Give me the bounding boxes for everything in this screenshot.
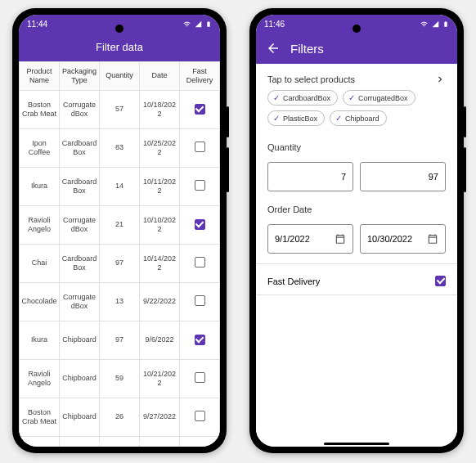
cell: 10/10/2022	[140, 205, 180, 244]
fast-delivery-checkbox[interactable]	[435, 276, 446, 286]
select-products-row[interactable]: Tap to select products	[256, 64, 457, 90]
column-header[interactable]: Quantity	[100, 62, 140, 91]
chip-label: Chipboard	[345, 115, 379, 123]
table-row[interactable]: ChocoladeCorrugatedBox139/22/2022	[20, 282, 220, 321]
chip[interactable]: ✓CorrugatedBox	[343, 90, 415, 106]
fast-delivery-checkbox[interactable]	[195, 142, 205, 152]
cell: CardboardBox	[60, 128, 100, 167]
fast-delivery-row[interactable]: Fast Delivery	[256, 267, 457, 294]
status-time: 11:44	[27, 20, 47, 29]
fast-delivery-checkbox[interactable]	[195, 219, 205, 230]
fast-delivery-cell	[180, 282, 220, 321]
cell: Ravioli Angelo	[20, 359, 60, 398]
cell: 83	[100, 128, 140, 167]
fast-delivery-cell	[180, 436, 220, 447]
back-icon[interactable]	[266, 41, 281, 56]
status-time: 11:46	[264, 20, 285, 29]
app-bar: Filters	[256, 33, 457, 64]
chip-label: CorrugatedBox	[358, 94, 408, 102]
cell: 14	[100, 167, 140, 205]
check-icon: ✓	[348, 93, 355, 102]
chip[interactable]: ✓Chipboard	[330, 110, 387, 126]
cell: 9/9/2022	[140, 436, 180, 447]
quantity-from-value: 7	[341, 172, 346, 182]
cell: Ipon Coffee	[20, 128, 60, 167]
cell: CardboardBox	[60, 167, 100, 205]
cell: CorrugatedBox	[60, 282, 100, 321]
status-icons	[420, 20, 449, 29]
chevron-right-icon	[434, 74, 446, 85]
fast-delivery-checkbox[interactable]	[195, 372, 205, 383]
column-header[interactable]: Product Name	[20, 62, 60, 91]
data-grid: Product NamePackaging TypeQuantityDateFa…	[19, 61, 220, 447]
table-row[interactable]: Ravioli AngeloChipboard5910/21/2022	[20, 359, 220, 398]
table-row[interactable]: Boston Crab MeatCorrugatedBox5710/18/202…	[20, 90, 220, 128]
cell: Ravioli Angelo	[20, 205, 60, 244]
fast-delivery-checkbox[interactable]	[195, 180, 205, 191]
column-header[interactable]: Date	[140, 62, 180, 91]
table-row[interactable]: Ravioli AngeloCorrugatedBox2110/10/2022	[20, 205, 220, 244]
cell: CardboardBox	[60, 244, 100, 282]
fast-delivery-cell	[180, 167, 220, 205]
cell: 10/21/2022	[140, 359, 180, 398]
cell: 57	[100, 90, 140, 128]
phone-left: 11:44 Filter data Product NamePackaging …	[12, 8, 227, 453]
date-to-input[interactable]: 10/30/2022	[360, 224, 446, 254]
battery-icon	[205, 20, 212, 29]
phone-right: 11:46 Filters Tap to select products ✓Ca…	[249, 8, 464, 453]
date-from-input[interactable]: 9/1/2022	[267, 224, 353, 254]
cell: Chai	[20, 244, 60, 282]
table-row[interactable]: IkuraCardboardBox1410/11/2022	[20, 167, 220, 205]
wifi-icon	[420, 20, 429, 28]
table-row[interactable]: IkuraChipboard979/6/2022	[20, 321, 220, 359]
cell: 13	[100, 282, 140, 321]
cell: 87	[100, 436, 140, 447]
table-row[interactable]: ChaiCardboardBox9710/14/2022	[20, 244, 220, 282]
cell: Chipboard	[60, 398, 100, 436]
cell: 21	[100, 205, 140, 244]
data-grid-container[interactable]: Product NamePackaging TypeQuantityDateFa…	[19, 61, 220, 447]
cell: 97	[100, 321, 140, 359]
table-row[interactable]: Boston Crab MeatChipboard269/27/2022	[20, 398, 220, 436]
cell: CorrugatedBox	[60, 205, 100, 244]
select-products-label: Tap to select products	[267, 74, 355, 84]
quantity-label: Quantity	[267, 142, 446, 152]
cell: 10/18/2022	[140, 90, 180, 128]
fast-delivery-cell	[180, 244, 220, 282]
fast-delivery-cell	[180, 321, 220, 359]
cell: Boston Crab Meat	[20, 90, 60, 128]
fast-delivery-cell	[180, 128, 220, 167]
calendar-icon	[427, 233, 438, 245]
table-row[interactable]: Ipon CoffeeCardboardBox8310/25/2022	[20, 128, 220, 167]
table-row[interactable]: ChaiCorrugatedBox879/9/2022	[20, 436, 220, 447]
chips-container: ✓CardboardBox✓CorrugatedBox✓PlasticBox✓C…	[256, 90, 457, 134]
quantity-to-input[interactable]: 97	[360, 162, 446, 191]
cell: Chocolade	[20, 282, 60, 321]
cell: Chipboard	[60, 321, 100, 359]
fast-delivery-cell	[180, 359, 220, 398]
fast-delivery-checkbox[interactable]	[195, 335, 205, 345]
cell: 9/6/2022	[140, 321, 180, 359]
check-icon: ✓	[335, 114, 342, 123]
cell: 10/14/2022	[140, 244, 180, 282]
cell: Ikura	[20, 321, 60, 359]
battery-icon	[442, 20, 449, 29]
column-header[interactable]: Fast Delivery	[180, 62, 220, 91]
cell: Chai	[20, 436, 60, 447]
fast-delivery-checkbox[interactable]	[195, 295, 205, 306]
fast-delivery-checkbox[interactable]	[195, 104, 205, 115]
cell: 9/22/2022	[140, 282, 180, 321]
fast-delivery-checkbox[interactable]	[195, 411, 205, 421]
cell: 26	[100, 398, 140, 436]
column-header[interactable]: Packaging Type	[60, 62, 100, 91]
date-to-value: 10/30/2022	[367, 234, 412, 244]
page-title: Filter data	[96, 41, 143, 53]
quantity-to-value: 97	[429, 172, 438, 182]
fast-delivery-cell	[180, 205, 220, 244]
fast-delivery-checkbox[interactable]	[195, 257, 205, 267]
chip[interactable]: ✓CardboardBox	[267, 90, 338, 106]
chip[interactable]: ✓PlasticBox	[267, 110, 325, 126]
wifi-icon	[182, 20, 191, 28]
status-icons	[182, 20, 212, 29]
quantity-from-input[interactable]: 7	[267, 162, 353, 191]
